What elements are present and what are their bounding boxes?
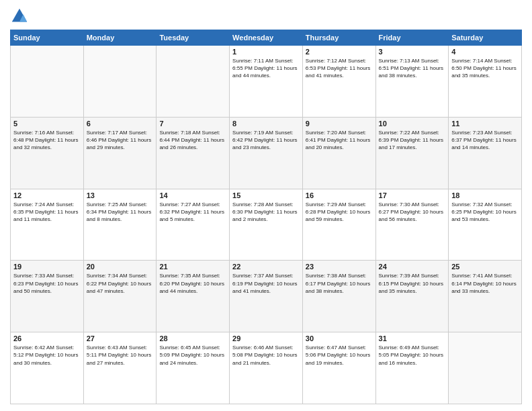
day-content: Sunrise: 7:17 AM Sunset: 6:46 PM Dayligh… bbox=[87, 129, 154, 152]
day-number: 11 bbox=[451, 120, 519, 128]
day-number: 5 bbox=[13, 120, 81, 128]
calendar-cell: 16Sunrise: 7:29 AM Sunset: 6:28 PM Dayli… bbox=[302, 189, 375, 261]
day-content: Sunrise: 7:28 AM Sunset: 6:30 PM Dayligh… bbox=[232, 201, 300, 224]
calendar-week-row: 26Sunrise: 6:42 AM Sunset: 5:12 PM Dayli… bbox=[11, 332, 522, 404]
calendar-cell: 4Sunrise: 7:14 AM Sunset: 6:50 PM Daylig… bbox=[449, 46, 522, 118]
day-number: 2 bbox=[306, 48, 373, 56]
calendar-table: SundayMondayTuesdayWednesdayThursdayFrid… bbox=[10, 30, 522, 404]
calendar-cell: 24Sunrise: 7:39 AM Sunset: 6:15 PM Dayli… bbox=[375, 261, 449, 332]
calendar-cell bbox=[449, 332, 522, 404]
day-number: 12 bbox=[13, 191, 81, 199]
day-content: Sunrise: 6:43 AM Sunset: 5:11 PM Dayligh… bbox=[87, 344, 154, 367]
day-number: 28 bbox=[159, 334, 226, 342]
calendar-cell: 23Sunrise: 7:38 AM Sunset: 6:17 PM Dayli… bbox=[302, 261, 375, 332]
calendar-day-header: Friday bbox=[375, 30, 449, 46]
day-number: 25 bbox=[451, 263, 519, 271]
day-number: 3 bbox=[379, 48, 446, 56]
day-content: Sunrise: 7:19 AM Sunset: 6:42 PM Dayligh… bbox=[232, 129, 300, 152]
header bbox=[10, 7, 522, 26]
calendar-week-row: 5Sunrise: 7:16 AM Sunset: 6:48 PM Daylig… bbox=[11, 117, 522, 189]
day-number: 23 bbox=[306, 263, 373, 271]
calendar-week-row: 19Sunrise: 7:33 AM Sunset: 6:23 PM Dayli… bbox=[11, 261, 522, 332]
logo bbox=[10, 7, 32, 26]
day-content: Sunrise: 7:16 AM Sunset: 6:48 PM Dayligh… bbox=[13, 129, 81, 152]
calendar-cell: 11Sunrise: 7:23 AM Sunset: 6:37 PM Dayli… bbox=[449, 117, 522, 189]
calendar-day-header: Monday bbox=[83, 30, 157, 46]
day-content: Sunrise: 6:47 AM Sunset: 5:06 PM Dayligh… bbox=[306, 344, 373, 367]
calendar-cell: 15Sunrise: 7:28 AM Sunset: 6:30 PM Dayli… bbox=[230, 189, 303, 261]
day-number: 17 bbox=[379, 191, 446, 199]
day-content: Sunrise: 7:27 AM Sunset: 6:32 PM Dayligh… bbox=[159, 201, 226, 224]
day-number: 31 bbox=[379, 334, 446, 342]
calendar-header-row: SundayMondayTuesdayWednesdayThursdayFrid… bbox=[11, 30, 522, 46]
day-number: 15 bbox=[232, 191, 300, 199]
calendar-cell: 21Sunrise: 7:35 AM Sunset: 6:20 PM Dayli… bbox=[157, 261, 230, 332]
calendar-cell: 1Sunrise: 7:11 AM Sunset: 6:55 PM Daylig… bbox=[230, 46, 303, 118]
day-number: 10 bbox=[379, 120, 446, 128]
day-number: 13 bbox=[87, 191, 154, 199]
day-number: 27 bbox=[87, 334, 154, 342]
day-number: 6 bbox=[87, 120, 154, 128]
logo-icon bbox=[10, 7, 29, 26]
day-content: Sunrise: 7:12 AM Sunset: 6:53 PM Dayligh… bbox=[306, 57, 373, 80]
day-number: 7 bbox=[159, 120, 226, 128]
calendar-cell: 8Sunrise: 7:19 AM Sunset: 6:42 PM Daylig… bbox=[230, 117, 303, 189]
calendar-cell: 17Sunrise: 7:30 AM Sunset: 6:27 PM Dayli… bbox=[375, 189, 449, 261]
calendar-cell: 30Sunrise: 6:47 AM Sunset: 5:06 PM Dayli… bbox=[302, 332, 375, 404]
calendar-day-header: Thursday bbox=[302, 30, 375, 46]
calendar-day-header: Tuesday bbox=[157, 30, 230, 46]
calendar-cell: 7Sunrise: 7:18 AM Sunset: 6:44 PM Daylig… bbox=[157, 117, 230, 189]
day-content: Sunrise: 7:35 AM Sunset: 6:20 PM Dayligh… bbox=[159, 272, 226, 295]
day-number: 26 bbox=[13, 334, 81, 342]
calendar-week-row: 12Sunrise: 7:24 AM Sunset: 6:35 PM Dayli… bbox=[11, 189, 522, 261]
calendar-day-header: Saturday bbox=[449, 30, 522, 46]
calendar-cell: 13Sunrise: 7:25 AM Sunset: 6:34 PM Dayli… bbox=[83, 189, 157, 261]
calendar-cell: 6Sunrise: 7:17 AM Sunset: 6:46 PM Daylig… bbox=[83, 117, 157, 189]
day-content: Sunrise: 6:42 AM Sunset: 5:12 PM Dayligh… bbox=[13, 344, 81, 367]
day-number: 21 bbox=[159, 263, 226, 271]
calendar-cell: 31Sunrise: 6:49 AM Sunset: 5:05 PM Dayli… bbox=[375, 332, 449, 404]
calendar-cell: 10Sunrise: 7:22 AM Sunset: 6:39 PM Dayli… bbox=[375, 117, 449, 189]
day-content: Sunrise: 7:11 AM Sunset: 6:55 PM Dayligh… bbox=[232, 57, 300, 80]
day-content: Sunrise: 7:23 AM Sunset: 6:37 PM Dayligh… bbox=[451, 129, 519, 152]
calendar-day-header: Sunday bbox=[11, 30, 84, 46]
calendar-cell: 29Sunrise: 6:46 AM Sunset: 5:08 PM Dayli… bbox=[230, 332, 303, 404]
day-content: Sunrise: 7:14 AM Sunset: 6:50 PM Dayligh… bbox=[451, 57, 519, 80]
calendar-cell: 28Sunrise: 6:45 AM Sunset: 5:09 PM Dayli… bbox=[157, 332, 230, 404]
calendar-cell: 3Sunrise: 7:13 AM Sunset: 6:51 PM Daylig… bbox=[375, 46, 449, 118]
day-number: 14 bbox=[159, 191, 226, 199]
day-content: Sunrise: 6:46 AM Sunset: 5:08 PM Dayligh… bbox=[232, 344, 300, 367]
day-content: Sunrise: 6:49 AM Sunset: 5:05 PM Dayligh… bbox=[379, 344, 446, 367]
day-content: Sunrise: 7:25 AM Sunset: 6:34 PM Dayligh… bbox=[87, 201, 154, 224]
day-number: 30 bbox=[306, 334, 373, 342]
calendar-cell: 26Sunrise: 6:42 AM Sunset: 5:12 PM Dayli… bbox=[11, 332, 84, 404]
day-content: Sunrise: 7:20 AM Sunset: 6:41 PM Dayligh… bbox=[306, 129, 373, 152]
day-number: 29 bbox=[232, 334, 300, 342]
calendar-cell: 12Sunrise: 7:24 AM Sunset: 6:35 PM Dayli… bbox=[11, 189, 84, 261]
day-content: Sunrise: 7:37 AM Sunset: 6:19 PM Dayligh… bbox=[232, 272, 300, 295]
day-number: 20 bbox=[87, 263, 154, 271]
day-number: 4 bbox=[451, 48, 519, 56]
day-content: Sunrise: 7:22 AM Sunset: 6:39 PM Dayligh… bbox=[379, 129, 446, 152]
day-number: 22 bbox=[232, 263, 300, 271]
day-content: Sunrise: 7:39 AM Sunset: 6:15 PM Dayligh… bbox=[379, 272, 446, 295]
calendar-cell: 2Sunrise: 7:12 AM Sunset: 6:53 PM Daylig… bbox=[302, 46, 375, 118]
calendar-cell bbox=[157, 46, 230, 118]
day-content: Sunrise: 6:45 AM Sunset: 5:09 PM Dayligh… bbox=[159, 344, 226, 367]
day-number: 16 bbox=[306, 191, 373, 199]
day-number: 8 bbox=[232, 120, 300, 128]
day-number: 9 bbox=[306, 120, 373, 128]
day-number: 24 bbox=[379, 263, 446, 271]
calendar-cell: 14Sunrise: 7:27 AM Sunset: 6:32 PM Dayli… bbox=[157, 189, 230, 261]
day-content: Sunrise: 7:41 AM Sunset: 6:14 PM Dayligh… bbox=[451, 272, 519, 295]
day-content: Sunrise: 7:33 AM Sunset: 6:23 PM Dayligh… bbox=[13, 272, 81, 295]
day-content: Sunrise: 7:18 AM Sunset: 6:44 PM Dayligh… bbox=[159, 129, 226, 152]
calendar-cell: 25Sunrise: 7:41 AM Sunset: 6:14 PM Dayli… bbox=[449, 261, 522, 332]
calendar-cell: 27Sunrise: 6:43 AM Sunset: 5:11 PM Dayli… bbox=[83, 332, 157, 404]
day-number: 1 bbox=[232, 48, 300, 56]
day-content: Sunrise: 7:38 AM Sunset: 6:17 PM Dayligh… bbox=[306, 272, 373, 295]
calendar-cell: 19Sunrise: 7:33 AM Sunset: 6:23 PM Dayli… bbox=[11, 261, 84, 332]
calendar-cell: 18Sunrise: 7:32 AM Sunset: 6:25 PM Dayli… bbox=[449, 189, 522, 261]
day-content: Sunrise: 7:32 AM Sunset: 6:25 PM Dayligh… bbox=[451, 201, 519, 224]
day-number: 18 bbox=[451, 191, 519, 199]
